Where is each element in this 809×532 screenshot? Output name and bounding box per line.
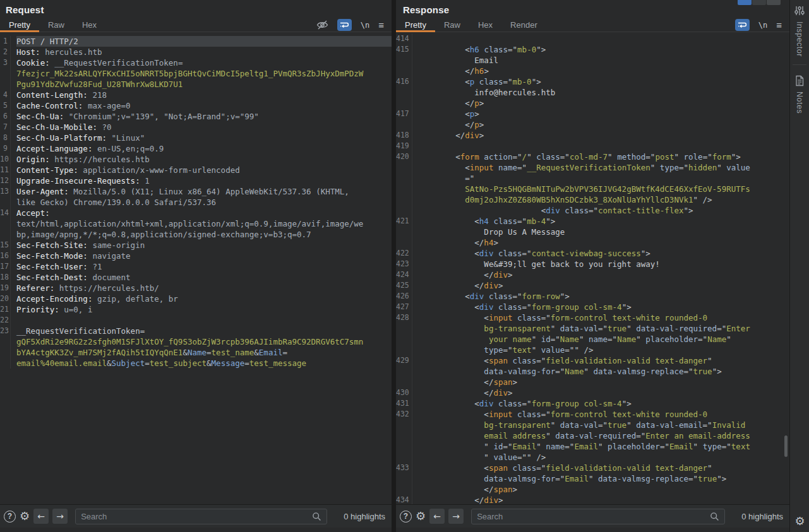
code-row[interactable]: 430 </div> [396,387,789,398]
code-row[interactable]: 11Content-Type: application/x-www-form-u… [0,165,392,175]
code-row[interactable]: 414 [396,33,789,44]
code-row[interactable]: info@hercules.htb [396,87,789,98]
code-row[interactable]: your name" id="Name" name="Name" placeho… [396,334,789,345]
code-row[interactable]: 422 <div class="contact-viewbag-success"… [396,248,789,259]
newline-icon[interactable]: \n [758,21,767,30]
code-row[interactable]: 19Referer: https://hercules.htb/ [0,283,392,293]
code-row[interactable]: 10Origin: https://hercules.htb [0,154,392,165]
next-match-button[interactable]: → [448,509,464,524]
tab-render[interactable]: Render [501,18,546,32]
tab-hex[interactable]: Hex [73,18,105,32]
code-row[interactable]: 432 <input class="form-control text-whit… [396,409,789,420]
newline-icon[interactable]: \n [361,21,369,30]
code-row[interactable]: 4Content-Length: 218 [0,90,392,100]
code-row[interactable]: 9Accept-Language: en-US,en;q=0.9 [0,143,392,154]
code-row[interactable]: 428 <input class="form-control text-whit… [396,312,789,323]
code-row[interactable]: 2Host: hercules.htb [0,47,392,57]
tab-raw[interactable]: Raw [435,18,469,32]
tab-pretty[interactable]: Pretty [396,18,435,32]
response-scrollbar-thumb[interactable] [784,435,788,457]
code-row[interactable]: 8Sec-Ch-Ua-Platform: "Linux" [0,133,392,143]
request-search-box[interactable] [75,509,327,524]
segment-1[interactable] [752,0,766,5]
code-row[interactable]: 424 </div> [396,269,789,280]
code-row[interactable]: 15Sec-Fetch-Site: same-origin [0,240,392,251]
code-row[interactable]: 7fezjcr_Mk22sARLQYFKxCHI5oNRRT5bpjBGHtQv… [0,68,392,79]
code-row[interactable]: 429 <span class="field-validation-valid … [396,355,789,366]
code-row[interactable]: 5Cache-Control: max-age=0 [0,100,392,111]
code-row[interactable]: 21Priority: u=0, i [0,304,392,315]
code-row[interactable]: 433 <span class="field-validation-valid … [396,463,789,473]
code-row[interactable]: </span> [396,484,789,495]
code-row[interactable]: 12Upgrade-Insecure-Requests: 1 [0,175,392,186]
search-settings-gear-icon[interactable]: ⚙ [20,511,30,522]
code-row[interactable]: </h4> [396,237,789,248]
code-row[interactable]: 421 <h4 class="mb-4"> [396,216,789,227]
code-row[interactable]: </p> [396,119,789,130]
code-row[interactable]: <input name="__RequestVerificationToken"… [396,162,789,173]
code-row[interactable]: " id="Email" name="Email" placeholder="E… [396,441,789,452]
response-search-input[interactable] [477,512,710,521]
code-row[interactable]: Pgu91YdbZVwfu28Fud_U28TWhrXw8LKD7U1 [0,79,392,90]
code-row[interactable]: 14Accept: [0,208,392,218]
code-row[interactable]: 425 </div> [396,280,789,291]
code-row[interactable]: 416 <p class="mb-0"> [396,76,789,87]
code-row[interactable]: d0mj2oJhxZ0Z680WB5hXnSDCzbk3_8XoNlUaYhYl… [396,194,789,205]
code-row[interactable]: 3Cookie: __RequestVerificationToken= [0,57,392,68]
segment-0[interactable] [738,0,752,5]
code-row[interactable]: 17Sec-Fetch-User: ?1 [0,261,392,272]
code-row[interactable]: Email [396,55,789,66]
code-row[interactable]: bg-transparent" data-val="true" data-val… [396,323,789,334]
response-editor[interactable]: 414415 <h6 class="mb-0"> Email </h6>416 … [396,33,789,504]
help-icon[interactable]: ? [4,511,16,523]
settings-gear-icon[interactable]: ⚙ [790,516,809,527]
code-row[interactable]: </p> [396,98,789,109]
code-row[interactable]: <div class="contact-title-flex"> [396,205,789,216]
code-row[interactable]: 415 <h6 class="mb-0"> [396,44,789,55]
tab-pretty[interactable]: Pretty [0,18,39,32]
tab-hex[interactable]: Hex [469,18,501,32]
request-search-input[interactable] [81,512,312,521]
code-row[interactable]: 18Sec-Fetch-Dest: document [0,272,392,283]
code-row[interactable]: =" [396,173,789,184]
code-row[interactable]: 423 We&#39;ll get back to you right away… [396,259,789,269]
code-row[interactable]: type="text" value="" /> [396,345,789,355]
previous-match-button[interactable]: ← [429,509,445,524]
view-segmented-control[interactable] [738,0,781,5]
response-search-box[interactable] [471,509,725,524]
code-row[interactable]: 20Accept-Encoding: gzip, deflate, br [0,293,392,304]
code-row[interactable]: 1POST / HTTP/2 [0,36,392,47]
code-row[interactable]: text/html,application/xhtml+xml,applicat… [0,218,392,229]
code-row[interactable]: 23__RequestVerificationToken= [0,326,392,336]
menu-icon[interactable]: ≡ [776,20,782,30]
tab-raw[interactable]: Raw [39,18,73,32]
code-row[interactable]: like Gecko) Chrome/139.0.0.0 Safari/537.… [0,197,392,208]
soft-wrap-icon[interactable] [337,19,352,31]
request-editor[interactable]: 1POST / HTTP/22Host: hercules.htb3Cookie… [0,33,392,504]
code-row[interactable]: 431 <div class="form-group col-sm-4"> [396,398,789,409]
code-row[interactable]: " value="" /> [396,452,789,463]
help-icon[interactable]: ? [400,511,412,523]
code-row[interactable]: 13User-Agent: Mozilla/5.0 (X11; Linux x8… [0,186,392,197]
code-row[interactable]: 418 </div> [396,130,789,141]
code-row[interactable]: data-valmsg-for="Email" data-valmsg-repl… [396,473,789,484]
code-row[interactable]: 7Sec-Ch-Ua-Mobile: ?0 [0,122,392,133]
code-row[interactable]: </h6> [396,66,789,76]
code-row[interactable]: 22 [0,315,392,326]
code-row[interactable]: gQF5XdRi2e9RG2z2sfgh0M1SFJlXtOY_fQ9S3obZ… [0,336,392,347]
menu-icon[interactable]: ≡ [378,20,384,30]
code-row[interactable]: 434 </div> [396,495,789,504]
code-row[interactable]: 420 <form action="/" class="col-md-7" me… [396,151,789,162]
next-match-button[interactable]: → [52,509,68,524]
code-row[interactable]: 6Sec-Ch-Ua: "Chromium";v="139", "Not;A=B… [0,111,392,122]
code-row[interactable]: 417 <p> [396,109,789,119]
search-settings-gear-icon[interactable]: ⚙ [416,511,426,522]
segment-2[interactable] [767,0,781,5]
sidebar-item-notes[interactable]: Notes [790,73,809,114]
sidebar-item-inspector[interactable]: Inspector [790,0,809,57]
code-row[interactable]: 419 [396,141,789,151]
code-row[interactable]: email%40email.email&Subject=test_subject… [0,358,392,369]
code-row[interactable]: data-valmsg-for="Name" data-valmsg-repla… [396,366,789,377]
code-row[interactable]: 16Sec-Fetch-Mode: navigate [0,251,392,261]
code-row[interactable]: 427 <div class="form-group col-sm-4"> [396,302,789,312]
